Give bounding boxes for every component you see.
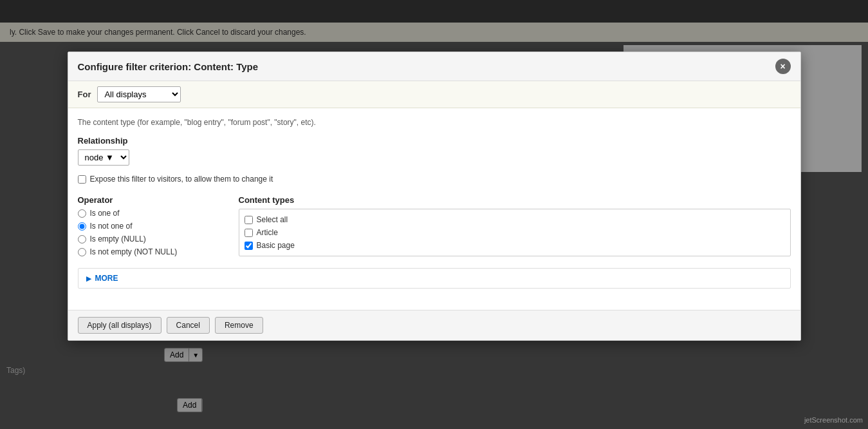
article-checkbox[interactable]: [245, 229, 253, 237]
content-types-section-label: Content types: [239, 195, 791, 205]
checkbox-select-all[interactable]: Select all: [245, 213, 785, 226]
basic-page-checkbox[interactable]: [245, 242, 253, 250]
operator-is-one-of[interactable]: Is one of: [78, 209, 219, 218]
modal-footer: Apply (all displays) Cancel Remove: [68, 310, 800, 340]
for-label: For: [78, 90, 91, 99]
operator-content-types-row: Operator Is one of Is not one of Is e: [78, 195, 791, 256]
expose-filter-row: Expose this filter to visitors, to allow…: [78, 175, 791, 184]
select-all-label: Select all: [257, 215, 288, 224]
operator-is-not-one-of[interactable]: Is not one of: [78, 222, 219, 231]
relationship-select[interactable]: node ▼: [78, 149, 129, 166]
relationship-label: Relationship: [78, 136, 791, 146]
remove-button[interactable]: Remove: [215, 317, 263, 334]
more-label: MORE: [95, 274, 118, 283]
operator-is-one-of-label: Is one of: [90, 209, 120, 218]
operator-is-empty-label: Is empty (NULL): [90, 234, 146, 243]
operator-is-one-of-radio[interactable]: [78, 209, 86, 218]
operator-is-not-empty-label: Is not empty (NOT NULL): [90, 247, 178, 256]
content-types-col: Content types Select all Article Basi: [239, 195, 791, 256]
operator-col: Operator Is one of Is not one of Is e: [78, 195, 219, 256]
modal-for-row: For All displays Page Block: [68, 81, 800, 108]
modal-body: The content type (for example, "blog ent…: [68, 108, 800, 310]
cancel-button[interactable]: Cancel: [167, 317, 210, 334]
expose-filter-checkbox[interactable]: [78, 175, 86, 184]
modal-dialog: Configure filter criterion: Content: Typ…: [68, 52, 801, 341]
modal-title: Configure filter criterion: Content: Typ…: [78, 61, 259, 72]
content-types-box: Select all Article Basic page: [239, 209, 791, 256]
checkbox-article[interactable]: Article: [245, 226, 785, 239]
operator-is-empty-radio[interactable]: [78, 235, 86, 243]
more-section[interactable]: ▶ MORE: [78, 268, 791, 289]
article-label: Article: [257, 228, 278, 237]
operator-is-empty[interactable]: Is empty (NULL): [78, 234, 219, 243]
close-button[interactable]: ×: [775, 59, 791, 74]
expose-filter-label: Expose this filter to visitors, to allow…: [90, 175, 273, 184]
checkbox-basic-page[interactable]: Basic page: [245, 239, 785, 252]
operator-is-not-empty[interactable]: Is not empty (NOT NULL): [78, 247, 219, 256]
more-arrow-icon: ▶: [86, 275, 91, 282]
modal-backdrop: Configure filter criterion: Content: Typ…: [0, 0, 868, 429]
basic-page-label: Basic page: [257, 241, 295, 250]
watermark: jetScreenshot.com: [804, 416, 863, 424]
description-text: The content type (for example, "blog ent…: [78, 118, 791, 127]
apply-button[interactable]: Apply (all displays): [78, 317, 162, 334]
operator-is-not-empty-radio[interactable]: [78, 248, 86, 256]
modal-header: Configure filter criterion: Content: Typ…: [68, 52, 800, 81]
operator-radio-group: Is one of Is not one of Is empty (NULL): [78, 209, 219, 256]
operator-is-not-one-of-label: Is not one of: [90, 222, 133, 231]
operator-is-not-one-of-radio[interactable]: [78, 222, 86, 231]
select-all-checkbox[interactable]: [245, 216, 253, 224]
operator-section-label: Operator: [78, 195, 219, 205]
for-select[interactable]: All displays Page Block: [97, 86, 181, 102]
